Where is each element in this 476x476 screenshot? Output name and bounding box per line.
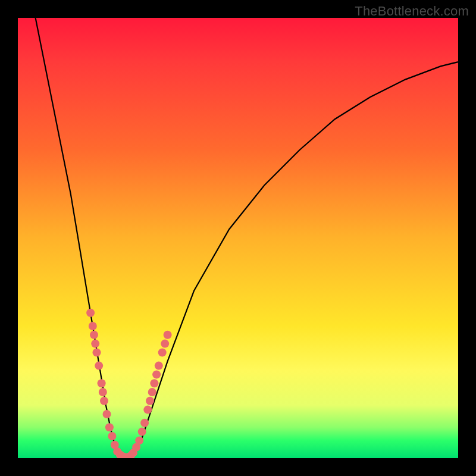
- curve-marker: [90, 331, 98, 339]
- curve-marker: [138, 428, 146, 436]
- curve-marker: [105, 423, 114, 431]
- curve-marker: [143, 406, 152, 414]
- curve-marker: [135, 436, 143, 444]
- curve-marker: [99, 388, 107, 396]
- curve-marker: [108, 432, 116, 440]
- curve-marker: [91, 340, 99, 348]
- curve-marker: [86, 309, 95, 317]
- curve-marker: [93, 348, 101, 356]
- chart-frame: TheBottleneck.com: [0, 0, 476, 476]
- curve-marker: [95, 362, 103, 370]
- curve-marker: [100, 397, 108, 405]
- curve-marker: [89, 322, 97, 330]
- curve-marker: [155, 362, 163, 370]
- curve-marker: [146, 397, 154, 405]
- plot-area: [18, 18, 458, 458]
- curve-marker: [148, 388, 156, 396]
- curve-marker: [161, 340, 169, 348]
- curve-marker: [152, 370, 161, 378]
- curve-marker: [98, 379, 106, 387]
- curve-marker: [164, 331, 172, 339]
- watermark-text: TheBottleneck.com: [355, 4, 469, 19]
- chart-svg: [18, 18, 458, 458]
- curve-marker: [140, 419, 149, 427]
- curve-markers: [86, 309, 172, 458]
- curve-marker: [103, 410, 111, 418]
- curve-marker: [150, 379, 158, 387]
- curve-marker: [158, 348, 167, 356]
